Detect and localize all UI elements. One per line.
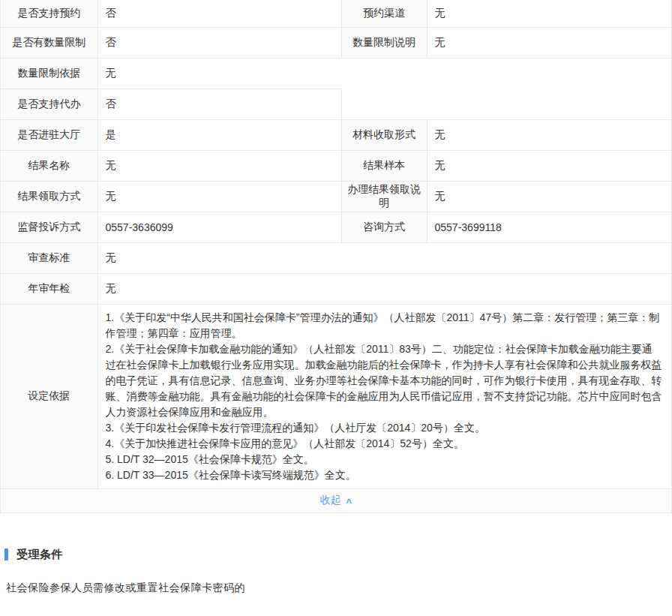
setting-basis-item: 1.《关于印发“中华人民共和国社会保障卡”管理办法的通知》（人社部发〔2011〕… [106,310,663,341]
label-agent-support: 是否支持代办 [1,89,98,119]
value-quantity-limit: 否 [98,27,341,58]
value-hall-presence: 是 [98,119,341,150]
collapse-bar: 收起 ∧ [1,488,671,513]
value-setting-basis: 1.《关于印发“中华人民共和国社会保障卡”管理办法的通知》（人社部发〔2011〕… [98,304,671,488]
value-result-sample: 无 [427,150,671,181]
value-agent-support: 否 [98,89,341,119]
label-result-name: 结果名称 [1,150,98,181]
setting-basis-item: 5. LD/T 32—2015《社会保障卡规范》全文。 [106,452,663,467]
section-title: 受理条件 [16,548,63,562]
value-annual-review: 无 [98,273,671,304]
value-quantity-limit-note: 无 [427,27,671,58]
label-quantity-limit-note: 数量限制说明 [341,27,427,58]
value-result-collection-method: 无 [98,181,341,212]
chevron-up-icon: ∧ [345,496,353,506]
value-quantity-limit-basis: 无 [98,58,341,89]
value-result-collection-note: 无 [427,181,671,212]
label-hall-presence: 是否进驻大厅 [1,119,98,150]
label-appointment-support: 是否支持预约 [1,0,98,27]
label-material-collection-form: 材料收取形式 [341,119,427,150]
service-detail-table: 是否支持预约 否 预约渠道 无 是否有数量限制 否 数量限制说明 无 数量限制依… [1,0,671,488]
acceptance-condition-section: 受理条件 社会保险参保人员需修改或重置社会保障卡密码的 [0,548,672,595]
label-review-standard: 审查标准 [1,242,98,273]
value-consultation-phone: 0557-3699118 [427,212,671,242]
setting-basis-item: 4.《关于加快推进社会保障卡应用的意见》（人社部发〔2014〕52号）全文。 [106,436,663,452]
section-accent-bar [4,548,8,560]
empty-cell [341,58,671,119]
value-material-collection-form: 无 [427,119,671,150]
setting-basis-item: 3.《关于印发社会保障卡发行管理流程的通知》（人社厅发〔2014〕20号）全文。 [106,420,663,436]
value-supervision-complaint-phone: 0557-3636099 [98,212,341,242]
label-setting-basis: 设定依据 [1,304,98,488]
label-quantity-limit-basis: 数量限制依据 [1,58,98,89]
service-detail-page: 是否支持预约 否 预约渠道 无 是否有数量限制 否 数量限制说明 无 数量限制依… [0,0,672,595]
label-result-collection-note: 办理结果领取说明 [341,181,427,212]
label-consultation-phone: 咨询方式 [341,212,427,242]
label-annual-review: 年审年检 [1,273,98,304]
collapse-button[interactable]: 收起 ∧ [320,494,352,507]
acceptance-condition-text: 社会保险参保人员需修改或重置社会保障卡密码的 [6,581,672,595]
label-appointment-channel: 预约渠道 [341,0,427,27]
service-detail-table-wrap: 是否支持预约 否 预约渠道 无 是否有数量限制 否 数量限制说明 无 数量限制依… [0,0,672,513]
setting-basis-item: 2.《关于社会保障卡加载金融功能的通知》（人社部发〔2011〕83号）二、功能定… [106,341,663,420]
setting-basis-item: 6. LD/T 33—2015《社会保障卡读写终端规范》全文。 [106,467,663,483]
collapse-button-label: 收起 [320,494,340,507]
label-quantity-limit: 是否有数量限制 [1,27,98,58]
value-appointment-support: 否 [98,0,341,27]
label-result-sample: 结果样本 [341,150,427,181]
value-result-name: 无 [98,150,341,181]
label-supervision-complaint-phone: 监督投诉方式 [1,212,98,242]
value-appointment-channel: 无 [427,0,671,27]
section-header: 受理条件 [4,548,672,562]
label-result-collection-method: 结果领取方式 [1,181,98,212]
value-review-standard: 无 [98,242,671,273]
